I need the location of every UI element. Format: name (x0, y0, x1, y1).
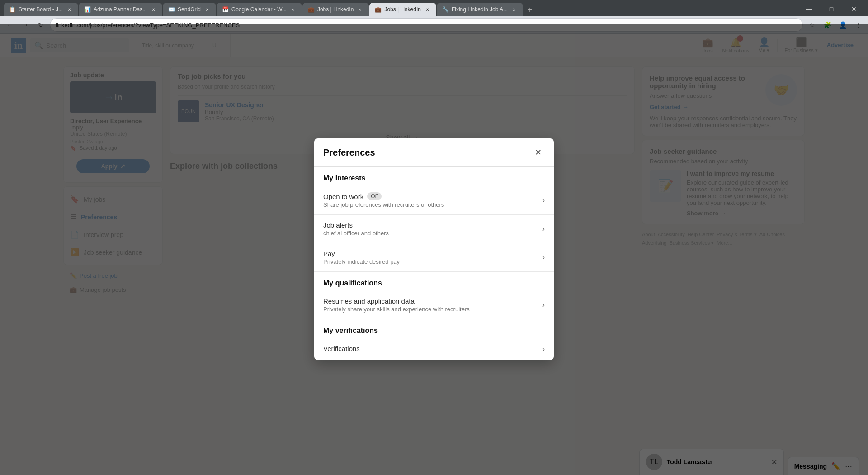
tab-favicon: 📅 (222, 6, 229, 13)
preferences-modal: Preferences ✕ My interests Open to work … (314, 138, 554, 360)
tab-favicon: 📊 (84, 6, 91, 13)
modal-close-button[interactable]: ✕ (531, 146, 545, 159)
my-verifications-section-title: My verifications (314, 319, 554, 338)
tab-close-2[interactable]: ✕ (150, 6, 157, 13)
tab-fixing-linkedin[interactable]: 🔧 Fixing LinkedIn Job A... ✕ (437, 3, 523, 16)
open-to-work-item[interactable]: Open to work Off Share job preferences w… (314, 186, 554, 215)
resumes-sub: Privately share your skills and experien… (323, 306, 542, 313)
open-to-work-title: Open to work Off (323, 192, 542, 200)
tab-close-5[interactable]: ✕ (356, 6, 363, 13)
verifications-title: Verifications (323, 345, 542, 352)
tab-label: Fixing LinkedIn Job A... (452, 6, 508, 13)
job-alerts-title: Job alerts (323, 221, 542, 229)
my-qualifications-section-title: My qualifications (314, 272, 554, 291)
job-alerts-sub: chief ai officer and others (323, 230, 542, 237)
open-to-work-sub: Share job preferences with recruiters or… (323, 201, 542, 208)
pay-item[interactable]: Pay Privately indicate desired pay › (314, 243, 554, 272)
tab-label: SendGrid (178, 6, 201, 13)
job-alerts-item[interactable]: Job alerts chief ai officer and others › (314, 215, 554, 243)
tab-close-7[interactable]: ✕ (510, 6, 518, 13)
browser-tabs: 📋 Starter Board - J... ✕ 📊 Adzuna Partne… (0, 0, 868, 16)
pay-content: Pay Privately indicate desired pay (323, 250, 542, 265)
tab-favicon: 💼 (375, 6, 382, 13)
verifications-content: Verifications (323, 345, 542, 353)
close-window-button[interactable]: ✕ (844, 2, 864, 16)
modal-body: My interests Open to work Off Share job … (314, 167, 554, 360)
tab-favicon: 🔧 (442, 6, 449, 13)
resumes-item[interactable]: Resumes and application data Privately s… (314, 291, 554, 319)
tab-label: Starter Board - J... (19, 6, 63, 13)
modal-header: Preferences ✕ (314, 138, 554, 167)
tab-close-6[interactable]: ✕ (424, 6, 431, 13)
tab-sendgrid[interactable]: ✉️ SendGrid ✕ (163, 3, 216, 16)
tab-label: Jobs | LinkedIn (317, 6, 354, 13)
tab-starter-board[interactable]: 📋 Starter Board - J... ✕ (4, 3, 78, 16)
tab-close-4[interactable]: ✕ (289, 6, 297, 13)
tab-linkedin-jobs-2-active[interactable]: 💼 Jobs | LinkedIn ✕ (369, 3, 436, 16)
open-to-work-content: Open to work Off Share job preferences w… (323, 192, 542, 208)
tab-close-3[interactable]: ✕ (203, 6, 211, 13)
off-badge: Off (367, 192, 382, 200)
my-interests-section-title: My interests (314, 167, 554, 186)
tab-label: Jobs | LinkedIn (384, 6, 421, 13)
chevron-right-icon: › (542, 345, 545, 353)
verifications-item[interactable]: Verifications › (314, 338, 554, 360)
minimize-button[interactable]: — (798, 2, 819, 16)
chevron-right-icon: › (542, 253, 545, 261)
pay-sub: Privately indicate desired pay (323, 258, 542, 265)
tab-adzuna[interactable]: 📊 Adzuna Partner Das... ✕ (79, 3, 162, 16)
maximize-button[interactable]: □ (821, 2, 842, 16)
chevron-right-icon: › (542, 225, 545, 233)
modal-title: Preferences (323, 147, 375, 158)
resumes-title: Resumes and application data (323, 297, 542, 305)
chevron-right-icon: › (542, 301, 545, 309)
tab-label: Google Calendar - W... (231, 6, 287, 13)
tab-label: Adzuna Partner Das... (94, 6, 147, 13)
tab-favicon: 💼 (308, 6, 315, 13)
tab-favicon: ✉️ (168, 6, 175, 13)
window-controls: — □ ✕ (798, 2, 864, 16)
chevron-right-icon: › (542, 196, 545, 204)
tab-linkedin-jobs-1[interactable]: 💼 Jobs | LinkedIn ✕ (302, 3, 369, 16)
new-tab-button[interactable]: + (524, 4, 536, 16)
resumes-content: Resumes and application data Privately s… (323, 297, 542, 313)
tab-google-cal[interactable]: 📅 Google Calendar - W... ✕ (217, 3, 302, 16)
modal-overlay: Preferences ✕ My interests Open to work … (0, 24, 868, 475)
tab-close-1[interactable]: ✕ (66, 6, 73, 13)
tab-favicon: 📋 (9, 6, 16, 13)
pay-title: Pay (323, 250, 542, 257)
job-alerts-content: Job alerts chief ai officer and others (323, 221, 542, 237)
